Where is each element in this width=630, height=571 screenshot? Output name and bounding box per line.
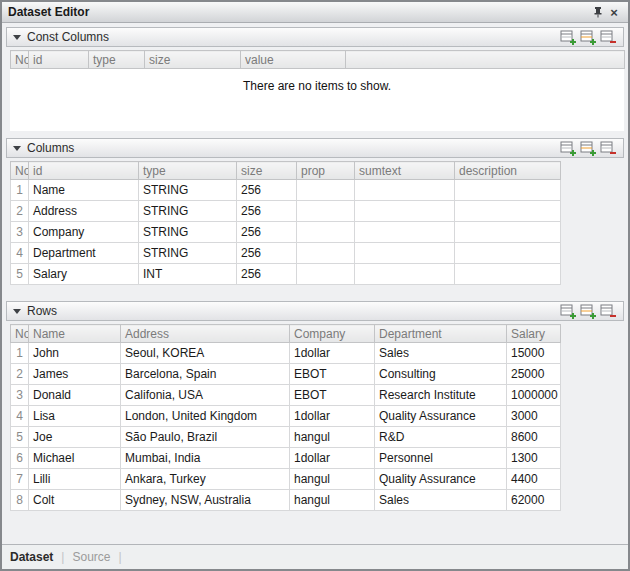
table-cell[interactable] xyxy=(455,180,561,201)
insert-row-icon[interactable] xyxy=(580,141,597,156)
delete-row-icon[interactable] xyxy=(600,30,617,45)
table-cell[interactable]: Ankara, Turkey xyxy=(121,469,290,490)
table-cell[interactable]: São Paulo, Brazil xyxy=(121,427,290,448)
row-number-cell[interactable]: 8 xyxy=(11,490,29,511)
column-header[interactable]: Name xyxy=(29,325,121,343)
table-cell[interactable]: Sales xyxy=(375,343,507,364)
table-cell[interactable] xyxy=(455,243,561,264)
table-cell[interactable]: Name xyxy=(29,180,139,201)
table-cell[interactable]: Joe xyxy=(29,427,121,448)
table-cell[interactable]: 1dollar xyxy=(290,406,375,427)
row-number-cell[interactable]: 2 xyxy=(11,201,29,222)
column-header[interactable]: No xyxy=(11,325,29,343)
table-cell[interactable]: hangul xyxy=(290,427,375,448)
table-cell[interactable]: Quality Assurance xyxy=(375,406,507,427)
table-cell[interactable]: Sales xyxy=(375,490,507,511)
table-cell[interactable]: Department xyxy=(29,243,139,264)
table-cell[interactable] xyxy=(297,201,355,222)
table-cell[interactable]: Lilli xyxy=(29,469,121,490)
table-cell[interactable] xyxy=(355,222,455,243)
table-cell[interactable] xyxy=(355,180,455,201)
table-cell[interactable]: Personnel xyxy=(375,448,507,469)
column-header[interactable]: type xyxy=(89,51,145,69)
table-cell[interactable]: Califonia, USA xyxy=(121,385,290,406)
row-number-cell[interactable]: 1 xyxy=(11,180,29,201)
table-cell[interactable]: Donald xyxy=(29,385,121,406)
row-number-cell[interactable]: 4 xyxy=(11,406,29,427)
column-header[interactable]: Company xyxy=(290,325,375,343)
table-cell[interactable]: STRING xyxy=(139,222,237,243)
collapse-arrow-icon[interactable] xyxy=(13,35,21,40)
table-cell[interactable]: 1dollar xyxy=(290,448,375,469)
table-cell[interactable]: 256 xyxy=(237,180,297,201)
table-cell[interactable]: 256 xyxy=(237,222,297,243)
row-number-cell[interactable]: 5 xyxy=(11,264,29,285)
insert-row-icon[interactable] xyxy=(580,30,597,45)
tab-source[interactable]: Source xyxy=(72,550,110,564)
row-number-cell[interactable]: 2 xyxy=(11,364,29,385)
table-cell[interactable]: Consulting xyxy=(375,364,507,385)
collapse-arrow-icon[interactable] xyxy=(13,146,21,151)
table-cell[interactable]: Quality Assurance xyxy=(375,469,507,490)
table-cell[interactable]: EBOT xyxy=(290,385,375,406)
table-cell[interactable] xyxy=(455,264,561,285)
table-cell[interactable] xyxy=(297,222,355,243)
column-header[interactable]: No xyxy=(11,162,29,180)
column-header[interactable]: size xyxy=(145,51,241,69)
delete-row-icon[interactable] xyxy=(600,141,617,156)
table-cell[interactable]: Sydney, NSW, Australia xyxy=(121,490,290,511)
table-cell[interactable]: hangul xyxy=(290,490,375,511)
table-cell[interactable]: Salary xyxy=(29,264,139,285)
column-header[interactable]: type xyxy=(139,162,237,180)
add-row-icon[interactable] xyxy=(560,30,577,45)
table-cell[interactable]: Seoul, KOREA xyxy=(121,343,290,364)
row-number-cell[interactable]: 5 xyxy=(11,427,29,448)
column-header[interactable]: sumtext xyxy=(355,162,455,180)
column-header[interactable]: prop xyxy=(297,162,355,180)
row-number-cell[interactable]: 1 xyxy=(11,343,29,364)
table-cell[interactable] xyxy=(297,243,355,264)
table-cell[interactable]: Michael xyxy=(29,448,121,469)
add-row-icon[interactable] xyxy=(560,141,577,156)
table-cell[interactable]: EBOT xyxy=(290,364,375,385)
table-cell[interactable] xyxy=(455,201,561,222)
column-header[interactable]: description xyxy=(455,162,561,180)
table-cell[interactable] xyxy=(355,264,455,285)
column-header[interactable]: id xyxy=(29,51,89,69)
table-cell[interactable] xyxy=(455,222,561,243)
column-header[interactable]: id xyxy=(29,162,139,180)
table-cell[interactable]: STRING xyxy=(139,201,237,222)
table-cell[interactable]: London, United Kingdom xyxy=(121,406,290,427)
table-cell[interactable]: Lisa xyxy=(29,406,121,427)
table-cell[interactable]: 3000 xyxy=(507,406,561,427)
section-header-columns[interactable]: Columns xyxy=(6,138,624,158)
column-header[interactable]: Address xyxy=(121,325,290,343)
table-cell[interactable]: Barcelona, Spain xyxy=(121,364,290,385)
pin-icon[interactable] xyxy=(590,4,606,20)
table-cell[interactable]: Research Institute xyxy=(375,385,507,406)
collapse-arrow-icon[interactable] xyxy=(13,309,21,314)
close-icon[interactable]: × xyxy=(606,4,622,20)
column-header[interactable]: Salary xyxy=(507,325,561,343)
row-number-cell[interactable]: 3 xyxy=(11,385,29,406)
section-header-rows[interactable]: Rows xyxy=(6,301,624,321)
table-cell[interactable]: 4400 xyxy=(507,469,561,490)
table-cell[interactable] xyxy=(297,264,355,285)
table-cell[interactable] xyxy=(297,180,355,201)
table-cell[interactable] xyxy=(355,243,455,264)
table-cell[interactable]: 25000 xyxy=(507,364,561,385)
table-cell[interactable]: 1000000 xyxy=(507,385,561,406)
table-cell[interactable]: 256 xyxy=(237,243,297,264)
table-cell[interactable]: 8600 xyxy=(507,427,561,448)
table-cell[interactable]: STRING xyxy=(139,180,237,201)
table-cell[interactable]: 62000 xyxy=(507,490,561,511)
column-header[interactable]: value xyxy=(241,51,346,69)
table-cell[interactable]: STRING xyxy=(139,243,237,264)
table-cell[interactable]: James xyxy=(29,364,121,385)
add-row-icon[interactable] xyxy=(560,304,577,319)
table-cell[interactable]: INT xyxy=(139,264,237,285)
table-cell[interactable]: R&D xyxy=(375,427,507,448)
table-cell[interactable]: John xyxy=(29,343,121,364)
table-cell[interactable]: Mumbai, India xyxy=(121,448,290,469)
table-cell[interactable]: Address xyxy=(29,201,139,222)
